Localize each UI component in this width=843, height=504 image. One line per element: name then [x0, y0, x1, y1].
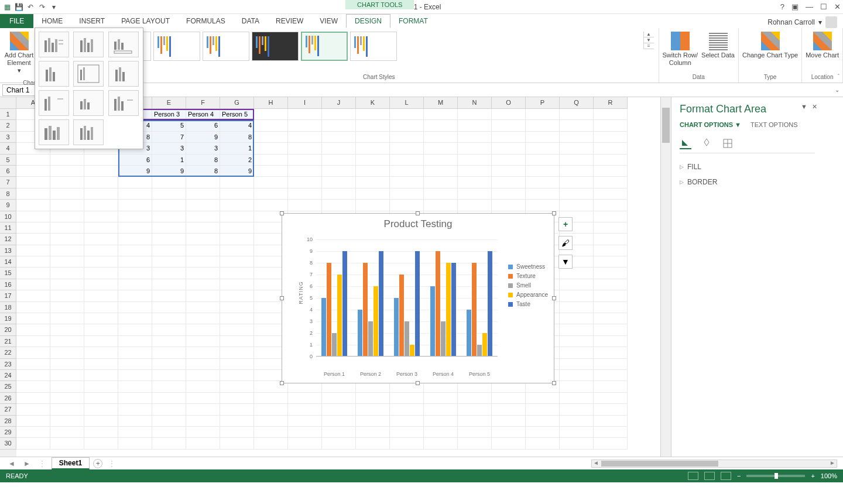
- cell[interactable]: [186, 393, 220, 404]
- chart-bar[interactable]: [327, 263, 331, 356]
- switch-row-column-button[interactable]: Switch Row/ Column: [662, 29, 700, 69]
- cell[interactable]: [390, 155, 424, 166]
- row-header[interactable]: 12: [0, 234, 16, 245]
- ribbon-collapse-icon[interactable]: ˆ: [838, 74, 839, 80]
- cell[interactable]: Person 5: [220, 109, 254, 120]
- cell[interactable]: [560, 155, 594, 166]
- cell[interactable]: [152, 279, 186, 290]
- cell[interactable]: 9: [220, 166, 254, 177]
- cell[interactable]: [492, 438, 526, 449]
- column-header[interactable]: G: [220, 97, 254, 109]
- cell[interactable]: [186, 200, 220, 211]
- cell[interactable]: 1: [220, 143, 254, 154]
- row-header[interactable]: 11: [0, 222, 16, 234]
- cell[interactable]: [50, 200, 84, 211]
- formula-bar[interactable]: [110, 89, 831, 91]
- cell[interactable]: [594, 166, 628, 177]
- cell[interactable]: 9: [152, 166, 186, 177]
- cell[interactable]: [594, 336, 628, 347]
- row-header[interactable]: 13: [0, 245, 16, 256]
- cell[interactable]: [152, 245, 186, 256]
- cell[interactable]: [356, 416, 390, 427]
- cell[interactable]: [560, 290, 594, 301]
- cell[interactable]: [220, 211, 254, 222]
- cell[interactable]: [220, 256, 254, 268]
- cell[interactable]: [322, 427, 356, 438]
- tab-review[interactable]: REVIEW: [268, 14, 311, 28]
- cell[interactable]: [424, 427, 458, 438]
- cell[interactable]: [424, 438, 458, 449]
- row-header[interactable]: 26: [0, 393, 16, 404]
- row-header[interactable]: 14: [0, 256, 16, 268]
- chart-plot-area[interactable]: [316, 239, 498, 356]
- cell[interactable]: 9: [118, 166, 152, 177]
- cell[interactable]: [526, 109, 560, 120]
- cell[interactable]: [424, 177, 458, 188]
- chart-bar[interactable]: [451, 263, 456, 356]
- cell[interactable]: [526, 404, 560, 415]
- cell[interactable]: [186, 404, 220, 415]
- cell[interactable]: [254, 200, 288, 211]
- cell[interactable]: [492, 132, 526, 143]
- change-chart-type-button[interactable]: Change Chart Type: [741, 29, 799, 61]
- cell[interactable]: [220, 381, 254, 392]
- cell[interactable]: [186, 256, 220, 268]
- chart-title[interactable]: Product Testing: [282, 214, 554, 232]
- close-icon[interactable]: ✕: [834, 2, 841, 11]
- tab-formulas[interactable]: FORMULAS: [178, 14, 234, 28]
- cell[interactable]: [288, 132, 322, 143]
- cell[interactable]: 6: [186, 120, 220, 131]
- cell[interactable]: [458, 155, 492, 166]
- cell[interactable]: [458, 393, 492, 404]
- cell[interactable]: [50, 188, 84, 200]
- sheet-nav-next-icon[interactable]: ►: [21, 460, 33, 468]
- add-sheet-button[interactable]: +: [93, 459, 102, 468]
- chart-bar[interactable]: [477, 345, 482, 356]
- cell[interactable]: [594, 245, 628, 256]
- cell[interactable]: [50, 290, 84, 301]
- chart-style-3[interactable]: [203, 32, 249, 61]
- zoom-in-icon[interactable]: +: [811, 472, 814, 479]
- quick-layout-option-9[interactable]: [108, 90, 139, 116]
- cell[interactable]: [254, 404, 288, 415]
- cell[interactable]: [594, 324, 628, 335]
- chart-styles-button[interactable]: 🖌: [558, 236, 573, 250]
- cell[interactable]: [424, 143, 458, 154]
- column-header[interactable]: J: [322, 97, 356, 109]
- gallery-scroll[interactable]: ▲▼≡: [643, 32, 654, 49]
- cell[interactable]: [288, 109, 322, 120]
- row-header[interactable]: 3: [0, 132, 16, 143]
- cell[interactable]: [186, 347, 220, 358]
- chart-style-2[interactable]: [153, 32, 200, 61]
- normal-view-icon[interactable]: [688, 472, 698, 480]
- cell[interactable]: [322, 177, 356, 188]
- cell[interactable]: [322, 120, 356, 131]
- cell[interactable]: [560, 132, 594, 143]
- quick-layout-option-8[interactable]: [73, 90, 104, 116]
- cell[interactable]: [84, 256, 118, 268]
- row-header[interactable]: 7: [0, 177, 16, 188]
- cell[interactable]: [424, 416, 458, 427]
- maximize-icon[interactable]: ☐: [820, 2, 827, 11]
- tab-data[interactable]: DATA: [234, 14, 268, 28]
- cell[interactable]: [356, 438, 390, 449]
- cell[interactable]: [152, 268, 186, 279]
- cell[interactable]: [152, 313, 186, 324]
- cell[interactable]: 8: [186, 166, 220, 177]
- move-chart-button[interactable]: Move Chart: [804, 29, 840, 61]
- row-header[interactable]: 24: [0, 370, 16, 381]
- cell[interactable]: [16, 200, 50, 211]
- cell[interactable]: [560, 347, 594, 358]
- cell[interactable]: 8: [186, 155, 220, 166]
- cell[interactable]: [16, 166, 50, 177]
- cell[interactable]: [424, 166, 458, 177]
- cell[interactable]: [50, 245, 84, 256]
- cell[interactable]: [50, 347, 84, 358]
- cell[interactable]: [16, 324, 50, 335]
- chart-bar[interactable]: [446, 263, 451, 356]
- row-header[interactable]: 5: [0, 155, 16, 166]
- cell[interactable]: [424, 200, 458, 211]
- cell[interactable]: [560, 416, 594, 427]
- cell[interactable]: [16, 359, 50, 370]
- cell[interactable]: [16, 279, 50, 290]
